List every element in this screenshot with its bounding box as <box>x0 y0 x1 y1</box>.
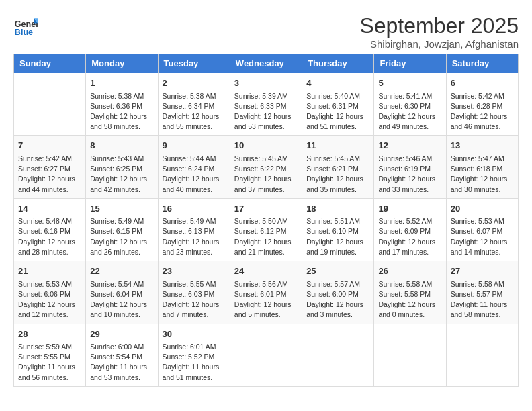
day-info: Sunrise: 5:53 AM Sunset: 6:07 PM Dayligh… <box>451 216 514 257</box>
calendar-cell: 25Sunrise: 5:57 AM Sunset: 6:00 PM Dayli… <box>302 261 374 324</box>
calendar-cell: 28Sunrise: 5:59 AM Sunset: 5:55 PM Dayli… <box>14 324 86 386</box>
day-number: 9 <box>163 139 226 152</box>
day-number: 26 <box>378 265 441 278</box>
calendar-cell: 13Sunrise: 5:47 AM Sunset: 6:18 PM Dayli… <box>446 136 518 198</box>
weekday-header-row: SundayMondayTuesdayWednesdayThursdayFrid… <box>14 54 519 73</box>
calendar-cell: 7Sunrise: 5:42 AM Sunset: 6:27 PM Daylig… <box>14 136 86 198</box>
day-number: 24 <box>234 265 298 278</box>
day-info: Sunrise: 5:48 AM Sunset: 6:16 PM Dayligh… <box>18 216 81 257</box>
day-number: 28 <box>18 328 81 341</box>
day-number: 2 <box>163 77 226 90</box>
day-info: Sunrise: 5:38 AM Sunset: 6:34 PM Dayligh… <box>163 91 226 132</box>
calendar-cell: 24Sunrise: 5:56 AM Sunset: 6:01 PM Dayli… <box>230 261 302 324</box>
calendar-cell: 5Sunrise: 5:41 AM Sunset: 6:30 PM Daylig… <box>374 73 446 136</box>
calendar-cell: 2Sunrise: 5:38 AM Sunset: 6:34 PM Daylig… <box>158 73 230 136</box>
calendar-cell <box>374 324 446 386</box>
day-info: Sunrise: 5:57 AM Sunset: 6:00 PM Dayligh… <box>306 279 369 320</box>
day-number: 19 <box>378 202 441 216</box>
day-number: 18 <box>306 202 369 216</box>
calendar-cell: 23Sunrise: 5:55 AM Sunset: 6:03 PM Dayli… <box>158 261 230 324</box>
calendar-cell: 29Sunrise: 6:00 AM Sunset: 5:54 PM Dayli… <box>86 324 158 386</box>
day-info: Sunrise: 5:41 AM Sunset: 6:30 PM Dayligh… <box>378 91 441 132</box>
day-info: Sunrise: 5:42 AM Sunset: 6:27 PM Dayligh… <box>18 154 81 195</box>
calendar-cell: 22Sunrise: 5:54 AM Sunset: 6:04 PM Dayli… <box>86 261 158 324</box>
day-info: Sunrise: 5:47 AM Sunset: 6:18 PM Dayligh… <box>451 154 514 195</box>
day-info: Sunrise: 5:49 AM Sunset: 6:15 PM Dayligh… <box>90 216 153 257</box>
calendar-cell: 26Sunrise: 5:58 AM Sunset: 5:58 PM Dayli… <box>374 261 446 324</box>
calendar-week-1: 1Sunrise: 5:38 AM Sunset: 6:36 PM Daylig… <box>14 73 519 136</box>
calendar-week-4: 21Sunrise: 5:53 AM Sunset: 6:06 PM Dayli… <box>14 261 519 324</box>
calendar-cell <box>230 324 302 386</box>
day-number: 4 <box>306 77 369 90</box>
calendar-cell: 11Sunrise: 5:45 AM Sunset: 6:21 PM Dayli… <box>302 136 374 198</box>
day-number: 27 <box>451 265 514 278</box>
calendar-cell: 4Sunrise: 5:40 AM Sunset: 6:31 PM Daylig… <box>302 73 374 136</box>
day-number: 10 <box>234 139 298 152</box>
day-info: Sunrise: 5:58 AM Sunset: 5:58 PM Dayligh… <box>378 279 441 320</box>
weekday-header-saturday: Saturday <box>446 54 518 73</box>
page-header: General Blue September 2025 Shibirghan, … <box>13 13 519 50</box>
day-number: 25 <box>306 265 369 278</box>
day-number: 30 <box>163 328 226 341</box>
day-number: 22 <box>90 265 153 278</box>
day-info: Sunrise: 5:50 AM Sunset: 6:12 PM Dayligh… <box>234 216 298 257</box>
calendar-cell: 14Sunrise: 5:48 AM Sunset: 6:16 PM Dayli… <box>14 198 86 261</box>
calendar-cell: 27Sunrise: 5:58 AM Sunset: 5:57 PM Dayli… <box>446 261 518 324</box>
day-info: Sunrise: 5:42 AM Sunset: 6:28 PM Dayligh… <box>451 91 514 132</box>
day-number: 7 <box>18 139 81 152</box>
weekday-header-thursday: Thursday <box>302 54 374 73</box>
day-number: 8 <box>90 139 153 152</box>
month-title: September 2025 <box>359 13 519 38</box>
day-info: Sunrise: 5:53 AM Sunset: 6:06 PM Dayligh… <box>18 279 81 320</box>
calendar-table: SundayMondayTuesdayWednesdayThursdayFrid… <box>13 54 519 387</box>
day-number: 13 <box>451 139 514 152</box>
calendar-cell: 30Sunrise: 6:01 AM Sunset: 5:52 PM Dayli… <box>158 324 230 386</box>
weekday-header-friday: Friday <box>374 54 446 73</box>
day-info: Sunrise: 5:39 AM Sunset: 6:33 PM Dayligh… <box>234 91 298 132</box>
calendar-cell: 3Sunrise: 5:39 AM Sunset: 6:33 PM Daylig… <box>230 73 302 136</box>
day-number: 3 <box>234 77 298 90</box>
day-info: Sunrise: 5:55 AM Sunset: 6:03 PM Dayligh… <box>163 279 226 320</box>
day-info: Sunrise: 5:45 AM Sunset: 6:22 PM Dayligh… <box>234 154 298 195</box>
day-number: 14 <box>18 202 81 216</box>
calendar-cell <box>14 73 86 136</box>
day-number: 21 <box>18 265 81 278</box>
day-info: Sunrise: 5:49 AM Sunset: 6:13 PM Dayligh… <box>163 216 226 257</box>
calendar-week-2: 7Sunrise: 5:42 AM Sunset: 6:27 PM Daylig… <box>14 136 519 198</box>
day-info: Sunrise: 5:44 AM Sunset: 6:24 PM Dayligh… <box>163 154 226 195</box>
svg-text:Blue: Blue <box>15 28 33 37</box>
day-number: 23 <box>163 265 226 278</box>
calendar-cell: 19Sunrise: 5:52 AM Sunset: 6:09 PM Dayli… <box>374 198 446 261</box>
calendar-cell: 6Sunrise: 5:42 AM Sunset: 6:28 PM Daylig… <box>446 73 518 136</box>
calendar-cell: 10Sunrise: 5:45 AM Sunset: 6:22 PM Dayli… <box>230 136 302 198</box>
logo: General Blue <box>13 13 39 38</box>
calendar-cell: 8Sunrise: 5:43 AM Sunset: 6:25 PM Daylig… <box>86 136 158 198</box>
day-number: 12 <box>378 139 441 152</box>
calendar-cell: 20Sunrise: 5:53 AM Sunset: 6:07 PM Dayli… <box>446 198 518 261</box>
calendar-cell: 12Sunrise: 5:46 AM Sunset: 6:19 PM Dayli… <box>374 136 446 198</box>
day-number: 29 <box>90 328 153 341</box>
calendar-cell: 21Sunrise: 5:53 AM Sunset: 6:06 PM Dayli… <box>14 261 86 324</box>
logo-icon: General Blue <box>13 13 38 38</box>
calendar-cell: 16Sunrise: 5:49 AM Sunset: 6:13 PM Dayli… <box>158 198 230 261</box>
location-subtitle: Shibirghan, Jowzjan, Afghanistan <box>359 38 519 50</box>
day-number: 6 <box>451 77 514 90</box>
day-number: 15 <box>90 202 153 216</box>
day-info: Sunrise: 6:00 AM Sunset: 5:54 PM Dayligh… <box>90 342 153 383</box>
day-number: 16 <box>163 202 226 216</box>
weekday-header-sunday: Sunday <box>14 54 86 73</box>
day-info: Sunrise: 5:59 AM Sunset: 5:55 PM Dayligh… <box>18 342 81 383</box>
calendar-cell <box>302 324 374 386</box>
day-number: 17 <box>234 202 298 216</box>
day-info: Sunrise: 5:52 AM Sunset: 6:09 PM Dayligh… <box>378 216 441 257</box>
day-info: Sunrise: 5:45 AM Sunset: 6:21 PM Dayligh… <box>306 154 369 195</box>
day-info: Sunrise: 5:38 AM Sunset: 6:36 PM Dayligh… <box>90 91 153 132</box>
day-info: Sunrise: 5:43 AM Sunset: 6:25 PM Dayligh… <box>90 154 153 195</box>
calendar-cell: 15Sunrise: 5:49 AM Sunset: 6:15 PM Dayli… <box>86 198 158 261</box>
calendar-cell: 17Sunrise: 5:50 AM Sunset: 6:12 PM Dayli… <box>230 198 302 261</box>
day-info: Sunrise: 6:01 AM Sunset: 5:52 PM Dayligh… <box>163 342 226 383</box>
calendar-cell <box>446 324 518 386</box>
day-number: 11 <box>306 139 369 152</box>
day-number: 1 <box>90 77 153 90</box>
weekday-header-wednesday: Wednesday <box>230 54 302 73</box>
